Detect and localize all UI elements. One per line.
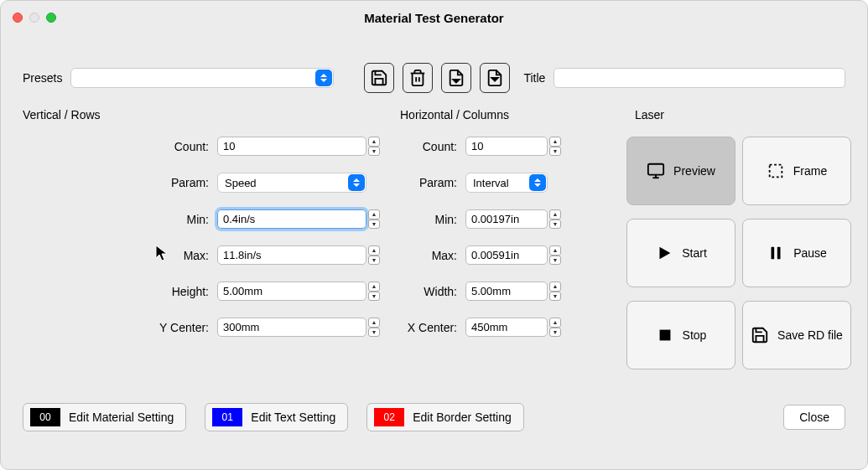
monitor-icon xyxy=(647,162,665,180)
frame-icon xyxy=(767,162,785,180)
v-ycenter-input[interactable] xyxy=(217,318,366,337)
edit-border-button[interactable]: 02 Edit Border Setting xyxy=(366,403,524,431)
close-button[interactable]: Close xyxy=(783,405,845,430)
stepper-icon[interactable]: ▲▼ xyxy=(549,209,561,229)
preview-button[interactable]: Preview xyxy=(626,137,735,205)
swatch-00: 00 xyxy=(30,408,60,426)
h-width-label: Width: xyxy=(400,285,465,298)
vertical-section-label: Vertical / Rows xyxy=(23,108,400,121)
v-max-input[interactable] xyxy=(217,245,366,265)
v-param-label: Param: xyxy=(140,176,217,189)
h-count-label: Count: xyxy=(400,140,465,153)
window: Material Test Generator Presets Title xyxy=(0,0,868,470)
h-max-label: Max: xyxy=(400,249,465,262)
svg-rect-8 xyxy=(777,247,781,260)
h-max-input[interactable] xyxy=(465,245,548,265)
svg-rect-7 xyxy=(772,247,775,260)
stepper-icon[interactable]: ▲▼ xyxy=(549,318,561,337)
chevron-updown-icon xyxy=(315,70,332,86)
stepper-icon[interactable]: ▲▼ xyxy=(549,245,561,265)
svg-marker-6 xyxy=(660,247,671,260)
v-count-input[interactable] xyxy=(217,137,366,156)
v-min-label: Min: xyxy=(140,213,217,226)
h-xcenter-input[interactable] xyxy=(465,318,548,337)
play-icon xyxy=(655,244,673,262)
titlebar: Material Test Generator xyxy=(1,1,867,34)
stepper-icon[interactable]: ▲▼ xyxy=(549,137,561,156)
stop-icon xyxy=(656,326,674,344)
horizontal-section: Count: ▲▼ Param: Interval Min: ▲▼ Max: ▲… xyxy=(400,137,611,369)
swatch-01: 01 xyxy=(212,408,242,426)
h-count-input[interactable] xyxy=(465,137,548,156)
export-preset-button[interactable] xyxy=(480,63,510,93)
v-ycenter-label: Y Center: xyxy=(140,321,217,334)
pause-icon xyxy=(767,244,785,262)
delete-preset-button[interactable] xyxy=(403,63,433,93)
v-height-input[interactable] xyxy=(217,281,366,301)
h-param-label: Param: xyxy=(400,176,465,189)
save-icon xyxy=(370,69,388,87)
stop-button[interactable]: Stop xyxy=(626,301,735,369)
horizontal-section-label: Horizontal / Columns xyxy=(400,108,611,121)
h-width-input[interactable] xyxy=(465,281,548,301)
h-param-select[interactable]: Interval xyxy=(465,173,548,193)
file-import-icon xyxy=(447,69,465,87)
svg-rect-5 xyxy=(769,165,782,178)
save-icon xyxy=(751,326,769,344)
stepper-icon[interactable]: ▲▼ xyxy=(368,245,380,265)
h-min-input[interactable] xyxy=(465,209,548,229)
save-rd-button[interactable]: Save RD file xyxy=(742,301,851,369)
stepper-icon[interactable]: ▲▼ xyxy=(368,209,380,229)
pause-button[interactable]: Pause xyxy=(742,219,851,287)
v-height-label: Height: xyxy=(140,285,217,298)
trash-icon xyxy=(408,69,427,87)
presets-label: Presets xyxy=(23,71,62,85)
h-min-label: Min: xyxy=(400,213,465,226)
import-preset-button[interactable] xyxy=(441,63,471,93)
stepper-icon[interactable]: ▲▼ xyxy=(549,281,561,301)
v-param-select[interactable]: Speed xyxy=(217,173,366,193)
start-button[interactable]: Start xyxy=(626,219,735,287)
chevron-updown-icon xyxy=(348,174,365,191)
frame-button[interactable]: Frame xyxy=(742,137,851,205)
edit-material-button[interactable]: 00 Edit Material Setting xyxy=(23,403,186,431)
chevron-updown-icon xyxy=(529,174,546,191)
title-label: Title xyxy=(523,71,545,85)
vertical-section: Count: ▲▼ Param: Speed Min: ▲▼ Max: ▲▼ H… xyxy=(23,137,400,369)
presets-select[interactable] xyxy=(70,68,334,88)
title-input[interactable] xyxy=(554,68,845,88)
swatch-02: 02 xyxy=(374,408,404,426)
h-xcenter-label: X Center: xyxy=(400,321,465,334)
stepper-icon[interactable]: ▲▼ xyxy=(368,137,380,156)
laser-section: Preview Frame Start Pause xyxy=(611,137,851,369)
svg-rect-2 xyxy=(648,164,663,175)
save-preset-button[interactable] xyxy=(364,63,394,93)
v-count-label: Count: xyxy=(140,140,217,153)
window-title: Material Test Generator xyxy=(1,11,867,25)
stepper-icon[interactable]: ▲▼ xyxy=(368,318,380,337)
laser-section-label: Laser xyxy=(611,108,845,121)
v-max-label: Max: xyxy=(140,249,217,262)
stepper-icon[interactable]: ▲▼ xyxy=(368,281,380,301)
file-export-icon xyxy=(486,69,504,87)
svg-rect-9 xyxy=(659,330,670,341)
edit-text-button[interactable]: 01 Edit Text Setting xyxy=(205,403,348,431)
v-min-input[interactable] xyxy=(217,209,366,229)
